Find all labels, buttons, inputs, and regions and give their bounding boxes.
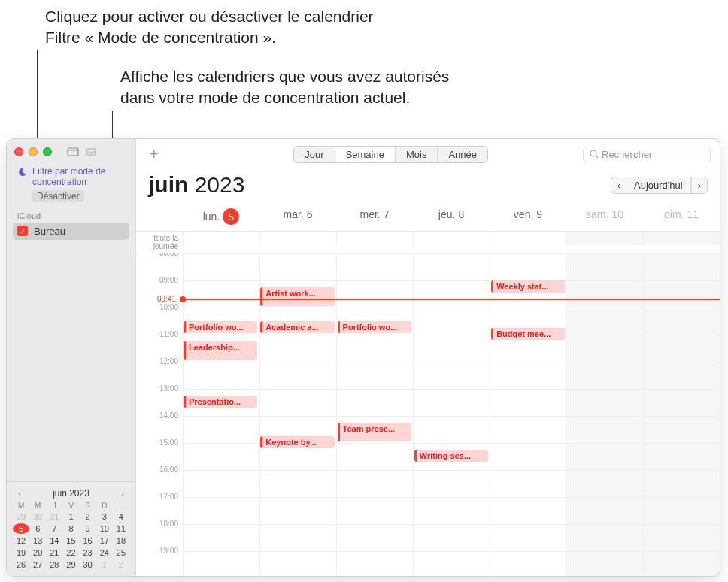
mini-day[interactable]: 12 bbox=[13, 535, 29, 546]
view-year-button[interactable]: Année bbox=[438, 147, 487, 162]
hour-cell[interactable] bbox=[259, 362, 336, 389]
view-day-button[interactable]: Jour bbox=[294, 147, 335, 162]
day-header[interactable]: jeu.8 bbox=[413, 204, 490, 231]
hour-cell[interactable] bbox=[566, 444, 643, 470]
hour-cell[interactable] bbox=[336, 254, 413, 280]
hour-cell[interactable] bbox=[566, 362, 643, 389]
hour-cell[interactable] bbox=[259, 552, 336, 576]
mini-day[interactable]: 14 bbox=[46, 535, 62, 546]
mini-day[interactable]: 9 bbox=[80, 523, 96, 534]
mini-day[interactable]: 3 bbox=[96, 511, 113, 522]
hour-cell[interactable] bbox=[183, 525, 259, 551]
mini-day[interactable]: 5 bbox=[13, 523, 29, 534]
mini-day[interactable]: 15 bbox=[62, 535, 79, 546]
mini-day[interactable]: 25 bbox=[113, 547, 129, 558]
day-header[interactable]: dim.11 bbox=[643, 204, 720, 231]
mini-day[interactable]: 24 bbox=[96, 547, 113, 558]
hour-cell[interactable] bbox=[566, 308, 643, 335]
hour-cell[interactable] bbox=[183, 444, 259, 470]
hour-cell[interactable] bbox=[643, 390, 720, 416]
hour-cell[interactable] bbox=[643, 552, 720, 576]
mini-day[interactable]: 1 bbox=[96, 559, 113, 570]
mini-day[interactable]: 31 bbox=[46, 511, 62, 522]
hour-cell[interactable] bbox=[336, 498, 413, 524]
mini-day[interactable]: 16 bbox=[80, 535, 96, 546]
hour-cell[interactable] bbox=[259, 390, 336, 416]
calendar-item-bureau[interactable]: ✓ Bureau bbox=[13, 223, 129, 240]
hour-cell[interactable] bbox=[413, 552, 490, 576]
hour-cell[interactable] bbox=[490, 390, 566, 416]
allday-cell[interactable] bbox=[413, 232, 490, 245]
mini-day[interactable]: 17 bbox=[96, 535, 113, 546]
hour-cell[interactable] bbox=[336, 552, 413, 576]
focus-filter-disable-button[interactable]: Désactiver bbox=[32, 190, 84, 202]
hour-cell[interactable] bbox=[259, 335, 336, 362]
close-window-button[interactable] bbox=[14, 147, 23, 156]
minimize-window-button[interactable] bbox=[29, 147, 38, 156]
day-header[interactable]: mer.7 bbox=[336, 204, 413, 231]
hour-cell[interactable] bbox=[259, 471, 336, 497]
hour-cell[interactable] bbox=[566, 552, 643, 576]
allday-cell[interactable] bbox=[566, 232, 643, 245]
hour-cell[interactable] bbox=[413, 281, 490, 308]
calendar-event[interactable]: Presentatio... bbox=[184, 396, 257, 408]
day-header[interactable]: ven.9 bbox=[490, 204, 566, 231]
mini-day[interactable]: 8 bbox=[62, 523, 79, 534]
hour-cell[interactable] bbox=[490, 362, 566, 389]
mini-day[interactable]: 29 bbox=[13, 511, 29, 522]
mini-day[interactable]: 11 bbox=[113, 523, 129, 534]
hour-cell[interactable] bbox=[183, 417, 259, 443]
calendar-event[interactable]: Leadership... bbox=[184, 341, 257, 360]
calendar-event[interactable]: Weekly stat... bbox=[491, 280, 565, 293]
mini-day[interactable]: 4 bbox=[113, 511, 129, 522]
fullscreen-window-button[interactable] bbox=[43, 147, 52, 156]
hour-cell[interactable] bbox=[490, 525, 566, 551]
hour-cell[interactable] bbox=[336, 281, 413, 308]
next-week-button[interactable]: › bbox=[691, 177, 707, 193]
hour-cell[interactable] bbox=[413, 390, 490, 416]
hour-cell[interactable] bbox=[413, 471, 490, 497]
hour-cell[interactable] bbox=[566, 525, 643, 551]
calendar-event[interactable]: Keynote by... bbox=[260, 436, 334, 448]
hour-cell[interactable] bbox=[183, 281, 259, 308]
mini-day[interactable]: 23 bbox=[80, 547, 96, 558]
hour-cell[interactable] bbox=[336, 335, 413, 362]
mini-day[interactable]: 20 bbox=[29, 547, 46, 558]
hour-cell[interactable] bbox=[259, 254, 336, 280]
mini-day[interactable]: 18 bbox=[113, 535, 129, 546]
hour-cell[interactable] bbox=[413, 335, 490, 362]
hour-cell[interactable] bbox=[643, 254, 720, 280]
calendar-event[interactable]: Budget mee... bbox=[491, 328, 565, 340]
hour-cell[interactable] bbox=[643, 308, 720, 335]
hour-cell[interactable] bbox=[413, 525, 490, 551]
allday-cell[interactable] bbox=[643, 232, 720, 245]
hour-cell[interactable] bbox=[643, 362, 720, 389]
calendar-event[interactable]: Portfolio wo... bbox=[184, 321, 257, 333]
hour-cell[interactable] bbox=[336, 525, 413, 551]
hour-cell[interactable] bbox=[643, 444, 720, 470]
calendar-checkbox[interactable]: ✓ bbox=[17, 226, 28, 236]
allday-cell[interactable] bbox=[336, 232, 413, 245]
mini-prev-button[interactable]: ‹ bbox=[14, 489, 25, 498]
mini-day[interactable]: 30 bbox=[80, 559, 96, 570]
mini-day[interactable]: 22 bbox=[62, 547, 79, 558]
mini-next-button[interactable]: › bbox=[117, 489, 128, 498]
allday-cell[interactable] bbox=[183, 232, 259, 245]
hour-cell[interactable] bbox=[336, 390, 413, 416]
calendars-toggle-button[interactable] bbox=[65, 145, 81, 159]
mini-day[interactable]: 7 bbox=[46, 523, 62, 534]
mini-day[interactable]: 6 bbox=[29, 523, 46, 534]
hour-cell[interactable] bbox=[566, 254, 643, 280]
hour-cell[interactable] bbox=[413, 362, 490, 389]
inbox-button[interactable] bbox=[83, 145, 99, 159]
focus-filter-status[interactable]: Filtré par mode de concentration bbox=[17, 166, 128, 188]
hour-cell[interactable] bbox=[490, 552, 566, 576]
hour-cell[interactable] bbox=[183, 471, 259, 497]
day-header[interactable]: mar.6 bbox=[259, 204, 336, 231]
mini-day[interactable]: 1 bbox=[62, 511, 79, 522]
hour-cell[interactable] bbox=[643, 281, 720, 308]
hour-cell[interactable] bbox=[183, 552, 259, 576]
hour-cell[interactable] bbox=[643, 498, 720, 524]
view-month-button[interactable]: Mois bbox=[396, 147, 438, 162]
calendar-event[interactable]: Artist work... bbox=[260, 287, 334, 306]
